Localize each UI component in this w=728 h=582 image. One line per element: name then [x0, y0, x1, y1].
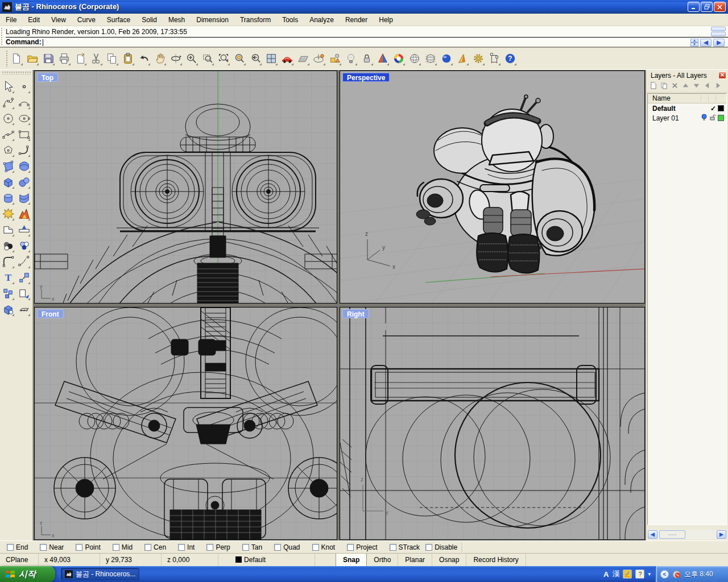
circle-icon[interactable] — [1, 111, 15, 126]
paste-icon[interactable] — [120, 50, 136, 67]
scroll-right-icon[interactable]: ▶ — [717, 530, 726, 539]
osnap-mid[interactable]: Mid — [113, 543, 133, 551]
tray-security-icon[interactable] — [672, 570, 681, 579]
named-view-car-icon[interactable] — [279, 50, 295, 67]
rectangle-icon[interactable] — [16, 127, 31, 142]
current-layer-pane[interactable]: Default — [230, 554, 315, 567]
surface-patch-icon[interactable] — [16, 159, 31, 174]
set-cplane-icon[interactable] — [311, 50, 327, 67]
move-layer-up-icon[interactable] — [682, 82, 689, 91]
menu-help[interactable]: Help — [373, 14, 399, 26]
cut-icon[interactable] — [88, 50, 104, 67]
command-prev-button[interactable]: ◀ — [700, 39, 712, 47]
cplane-pane[interactable]: CPlane — [0, 554, 39, 567]
copy-icon[interactable] — [104, 50, 120, 67]
new-layer-icon[interactable] — [650, 82, 657, 91]
osnap-cen[interactable]: Cen — [144, 543, 166, 551]
rendered-sphere-icon[interactable] — [439, 50, 454, 67]
layer-row-default[interactable]: Default ✓ — [648, 103, 726, 113]
viewport-front[interactable]: x z Front — [34, 307, 337, 540]
layer-row-layer01[interactable]: Layer 01 — [648, 113, 726, 123]
array-icon[interactable] — [16, 286, 31, 301]
surface-3pt-icon[interactable] — [1, 159, 15, 174]
command-history-scroll[interactable] — [711, 27, 726, 36]
record-history-toggle[interactable]: Record History — [466, 554, 526, 567]
select-arrow-icon[interactable] — [1, 79, 15, 94]
ortho-toggle[interactable]: Ortho — [367, 554, 398, 567]
lamp-icon[interactable] — [343, 50, 359, 67]
osnap-perp[interactable]: Perp — [206, 543, 230, 551]
copy-layer-icon[interactable] — [660, 82, 668, 91]
explode-icon[interactable] — [1, 206, 15, 222]
copy-object-icon[interactable] — [1, 286, 15, 301]
osnap-toggle[interactable]: Osnap — [432, 554, 466, 567]
undo-icon[interactable] — [136, 50, 152, 67]
osnap-point[interactable]: Point — [76, 543, 100, 551]
boolean-difference-icon[interactable] — [16, 206, 31, 222]
split-icon[interactable] — [16, 222, 31, 238]
ghosted-sphere-icon[interactable] — [423, 50, 439, 67]
polygon-icon[interactable] — [1, 143, 15, 158]
selection-filter-icon[interactable] — [327, 50, 343, 67]
wireframe-sphere-icon[interactable] — [407, 50, 423, 67]
undo-view-icon[interactable] — [247, 50, 263, 67]
arc-icon[interactable] — [16, 95, 31, 110]
move-layer-left-icon[interactable] — [704, 82, 711, 91]
zoom-dynamic-icon[interactable] — [184, 50, 200, 67]
osnap-near[interactable]: Near — [40, 543, 64, 551]
viewport-layout-icon[interactable] — [263, 50, 279, 67]
minimize-button[interactable] — [688, 2, 700, 12]
move-layer-right-icon[interactable] — [714, 82, 722, 91]
menu-transform[interactable]: Transform — [234, 14, 276, 26]
osnap-disable[interactable]: Disable — [425, 543, 457, 551]
scroll-left-icon[interactable]: ◀ — [648, 530, 657, 539]
menu-solid[interactable]: Solid — [136, 14, 163, 26]
ime-options-arrow-icon[interactable]: ▾ — [648, 571, 651, 577]
fillet-curve-icon[interactable] — [1, 254, 15, 269]
start-button[interactable]: 시작 — [0, 566, 55, 582]
clock[interactable]: 오후 8:40 — [684, 569, 713, 579]
solid-union-icon[interactable] — [1, 302, 15, 317]
scale-icon[interactable] — [16, 270, 31, 285]
text-icon[interactable]: T — [1, 270, 15, 285]
hide-icons-chevron-icon[interactable]: < — [660, 570, 669, 579]
lock-icon[interactable] — [359, 50, 375, 67]
command-next-button[interactable]: ▶ — [713, 39, 725, 47]
single-point-icon[interactable] — [16, 79, 31, 94]
sphere-icon[interactable] — [16, 174, 31, 190]
save-icon[interactable] — [40, 50, 56, 67]
command-line[interactable]: Command: ▲▼ ◀ ▶ — [6, 37, 728, 47]
print-icon[interactable] — [56, 50, 72, 67]
menu-mesh[interactable]: Mesh — [163, 14, 191, 26]
pan-icon[interactable] — [152, 50, 168, 67]
rotate-view-icon[interactable] — [168, 50, 184, 67]
menu-edit[interactable]: Edit — [22, 14, 46, 26]
close-button[interactable] — [714, 2, 726, 12]
osnap-knot[interactable]: Knot — [312, 543, 336, 551]
snap-toggle[interactable]: Snap — [336, 554, 367, 567]
ime-mode-latin[interactable]: A — [603, 570, 609, 579]
osnap-end[interactable]: End — [7, 543, 28, 551]
curve-blend-icon[interactable] — [16, 143, 31, 158]
zoom-window-icon[interactable] — [200, 50, 216, 67]
boolean-union-icon[interactable] — [1, 238, 15, 253]
osnap-strack[interactable]: STrack — [390, 543, 420, 551]
viewport-perspective-label[interactable]: Perspective — [342, 73, 390, 82]
cplane-grid-icon[interactable] — [295, 50, 311, 67]
help-icon[interactable]: ? — [502, 50, 518, 67]
color-wheel-icon[interactable] — [391, 50, 407, 67]
trim-icon[interactable] — [1, 222, 15, 238]
render-preview-icon[interactable] — [454, 50, 470, 67]
osnap-tan[interactable]: Tan — [242, 543, 262, 551]
menu-file[interactable]: File — [0, 14, 22, 26]
ime-mode-hanja[interactable]: 漢 — [612, 569, 619, 579]
shaded-view-icon[interactable] — [375, 50, 391, 67]
layer-unlocked-icon[interactable] — [709, 114, 716, 123]
options-gear-icon[interactable] — [470, 50, 486, 67]
layer-color-swatch[interactable] — [718, 115, 724, 121]
dimension-tool-icon[interactable] — [486, 50, 502, 67]
menu-analyze[interactable]: Analyze — [304, 14, 340, 26]
ime-help-icon[interactable]: ? — [635, 569, 644, 579]
extend-curve-icon[interactable] — [16, 254, 31, 269]
planar-toggle[interactable]: Planar — [398, 554, 432, 567]
